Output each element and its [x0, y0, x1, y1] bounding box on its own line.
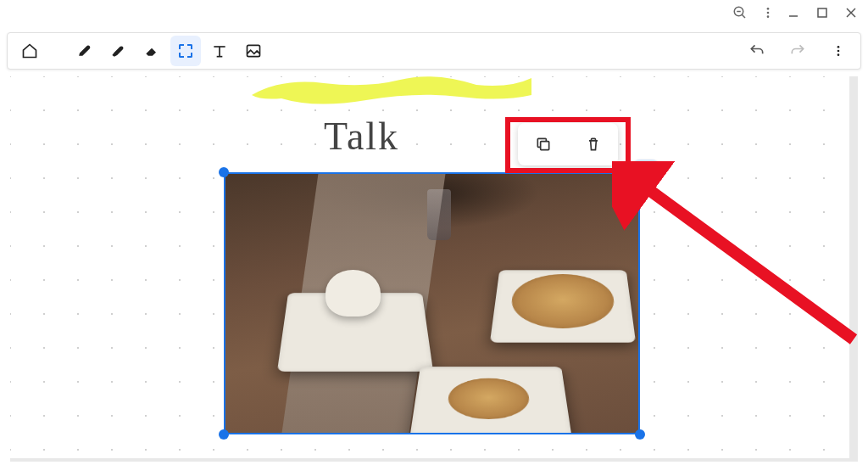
- resize-handle-bl[interactable]: [219, 429, 229, 440]
- pen-tool[interactable]: [69, 36, 99, 66]
- select-icon: [179, 44, 192, 58]
- svg-point-4: [767, 12, 770, 14]
- handwritten-text: Talk: [324, 114, 399, 159]
- svg-point-5: [767, 15, 770, 18]
- toolbar-more-button[interactable]: [823, 36, 854, 66]
- close-button[interactable]: [844, 6, 858, 20]
- eraser-tool[interactable]: [136, 36, 167, 66]
- zoom-out-icon[interactable]: [732, 5, 748, 24]
- svg-point-15: [837, 50, 840, 53]
- select-tool[interactable]: [170, 36, 201, 66]
- more-options-pill[interactable]: [630, 160, 662, 180]
- svg-line-18: [633, 178, 854, 339]
- minimize-button[interactable]: [787, 6, 800, 20]
- image-tool[interactable]: [238, 36, 269, 66]
- main-toolbar: [7, 32, 861, 70]
- resize-handle-br[interactable]: [635, 429, 645, 440]
- window-controls: [776, 0, 868, 25]
- resize-handle-tl[interactable]: [219, 167, 229, 177]
- svg-rect-7: [818, 8, 826, 17]
- kebab-menu-icon[interactable]: [761, 6, 775, 23]
- title-bar-icons: [732, 5, 775, 24]
- svg-line-1: [742, 14, 745, 18]
- selected-image[interactable]: [224, 172, 640, 434]
- undo-button[interactable]: [742, 36, 772, 66]
- svg-point-3: [767, 8, 770, 10]
- highlighter-tool[interactable]: [103, 36, 133, 66]
- canvas-area[interactable]: Talk: [10, 76, 858, 462]
- highlighter-stroke: [248, 71, 536, 105]
- text-tool[interactable]: [204, 36, 235, 66]
- home-button[interactable]: [14, 36, 45, 66]
- svg-point-16: [837, 53, 840, 56]
- delete-button[interactable]: [578, 129, 609, 160]
- annotation-arrow: [612, 161, 868, 356]
- copy-button[interactable]: [528, 129, 559, 160]
- svg-point-14: [837, 46, 840, 48]
- redo-button[interactable]: [782, 36, 813, 66]
- selection-action-toolbar: [518, 123, 618, 165]
- svg-rect-17: [540, 142, 548, 150]
- selection-border: [224, 172, 640, 434]
- maximize-button[interactable]: [815, 6, 829, 20]
